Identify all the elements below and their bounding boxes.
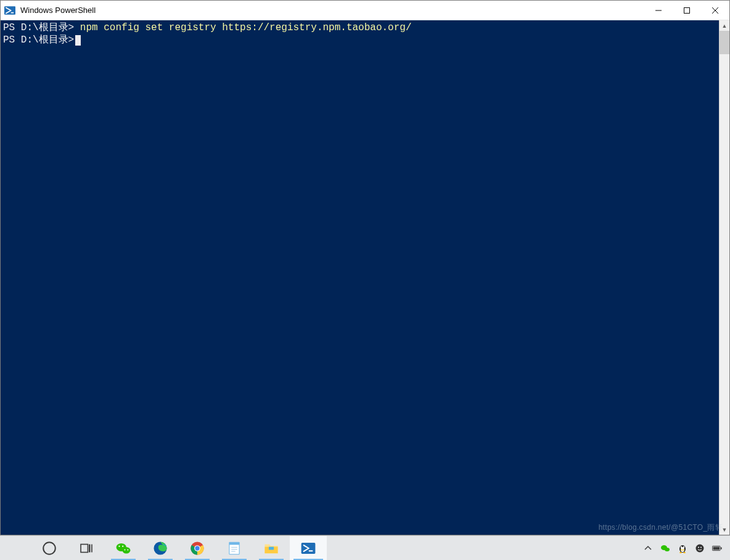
powershell-icon [4,5,15,16]
scroll-thumb[interactable] [720,31,729,54]
terminal[interactable]: PS D:\根目录> npm config set registry https… [1,20,719,535]
terminal-wrap: PS D:\根目录> npm config set registry https… [1,20,729,535]
svg-point-6 [43,542,55,554]
svg-point-30 [665,548,670,551]
wechat-icon[interactable] [105,536,142,560]
command-text: npm config set registry https://registry… [80,22,412,33]
scroll-down-arrow-icon[interactable]: ▼ [720,524,729,535]
close-button[interactable] [701,1,729,20]
svg-rect-21 [229,542,239,545]
task-view-icon[interactable] [68,536,105,560]
svg-point-34 [683,546,685,548]
prompt: PS D:\根目录> [3,34,74,46]
taskbar-apps [0,536,327,560]
taskbar-spacer [327,536,642,560]
tray-wechat-icon[interactable] [660,543,671,554]
tray-chevron-up-icon[interactable] [642,543,654,554]
svg-rect-1 [11,12,14,13]
powershell-window: Windows PowerShell PS D:\根目录> npm config… [0,0,730,535]
svg-rect-8 [89,544,90,552]
svg-point-35 [679,552,682,553]
taskbar [0,535,730,560]
system-tray [642,536,730,560]
file-explorer-icon[interactable] [253,536,290,560]
powershell-icon[interactable] [290,536,327,560]
window-title: Windows PowerShell [20,6,644,15]
svg-rect-42 [721,547,722,549]
svg-rect-9 [91,544,92,552]
tray-qq-icon[interactable] [677,543,688,554]
svg-point-38 [698,546,699,548]
svg-point-13 [122,545,123,546]
tray-emoji-icon[interactable] [694,543,705,554]
vertical-scrollbar[interactable]: ▲ ▼ [719,20,729,535]
edge-icon[interactable] [142,536,179,560]
svg-point-12 [118,545,120,546]
svg-point-15 [127,549,128,550]
svg-point-19 [195,546,199,550]
scroll-up-arrow-icon[interactable]: ▲ [720,20,729,31]
titlebar[interactable]: Windows PowerShell [1,1,729,20]
svg-point-37 [696,544,704,552]
maximize-button[interactable] [673,1,701,20]
prompt: PS D:\根目录> [3,22,74,33]
svg-rect-7 [81,544,88,552]
window-controls [644,1,729,20]
svg-point-14 [124,549,125,550]
svg-point-39 [700,546,702,548]
svg-point-36 [683,552,686,553]
svg-rect-41 [713,546,720,550]
svg-point-33 [681,546,683,548]
minimize-button[interactable] [644,1,673,20]
svg-rect-28 [309,550,313,551]
svg-rect-3 [684,7,690,13]
cursor [75,35,81,46]
tray-battery-icon[interactable] [712,543,723,554]
notepad-icon[interactable] [216,536,253,560]
chrome-icon[interactable] [179,536,216,560]
svg-point-11 [122,546,130,553]
svg-rect-26 [269,546,274,550]
cortana-icon[interactable] [31,536,68,560]
